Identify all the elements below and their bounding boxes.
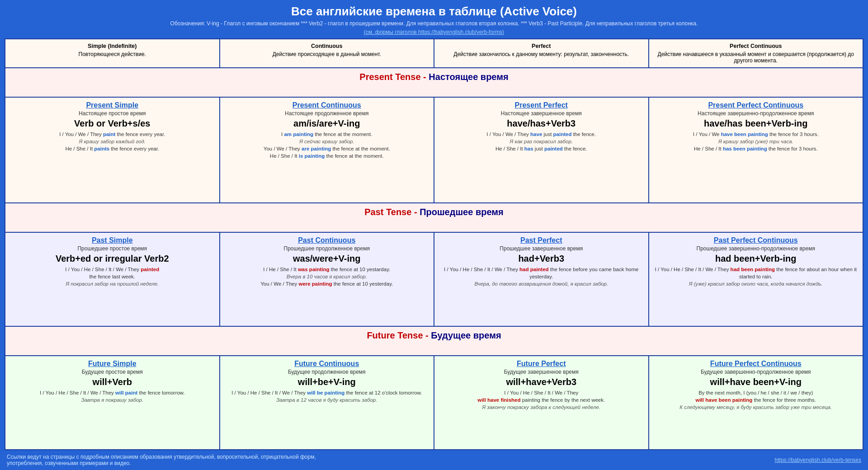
- past-continuous-formula: was/were+V-ing: [225, 254, 429, 264]
- past-simple-name-ru: Прошедшее простое время: [10, 245, 215, 252]
- present-continuous-name-ru: Настоящее продолженное время: [225, 110, 429, 117]
- future-perfect-continuous-cell: Future Perfect Continuous Будущее заверш…: [649, 356, 863, 450]
- page-header: Все английские времена в таблице (Active…: [0, 0, 868, 38]
- future-continuous-link[interactable]: Future Continuous: [225, 360, 429, 368]
- future-perfect-continuous-name-ru: Будущее завершенно-продолженное время: [654, 369, 859, 375]
- future-label-en: Future Tense -: [367, 330, 431, 340]
- future-tense-header-row: Future Tense - Будущее время: [5, 326, 863, 356]
- future-simple-link[interactable]: Future Simple: [10, 360, 215, 368]
- present-perfect-formula: have/has+Verb3: [439, 118, 644, 129]
- present-simple-link[interactable]: Present Simple: [10, 101, 215, 109]
- col-header-perfect-continuous: Perfect Continuous Действие начавшееся в…: [649, 39, 863, 68]
- col-desc-continuous: Действие происходящее в данный момент.: [225, 51, 429, 57]
- present-perfect-cell: Present Perfect Настоящее завершенное вр…: [434, 97, 649, 203]
- future-tense-row: Future Simple Будущее простое время will…: [5, 356, 863, 450]
- header-subtitle: Обозначения: V-ing - Глагол с инговым ок…: [9, 20, 859, 27]
- past-perfect-continuous-name-ru: Прошедшее завершенно-продолженное время: [654, 245, 859, 252]
- present-simple-formula: Verb or Verb+s/es: [10, 118, 215, 129]
- past-perfect-continuous-examples: I / You / He / She / It / We / They had …: [654, 266, 859, 287]
- column-header-row: Simple (Indefinite) Повторяющееся действ…: [5, 39, 863, 68]
- present-perfect-continuous-name-ru: Настоящее завершенно-продолженное время: [654, 110, 859, 117]
- past-label-en: Past Tense -: [364, 207, 420, 217]
- present-perfect-link[interactable]: Present Perfect: [439, 101, 644, 109]
- future-simple-name-ru: Будущее простое время: [10, 369, 215, 375]
- future-perfect-examples: I / You / He / She / It / We / They will…: [439, 389, 644, 411]
- present-label-en: Present Tense -: [359, 72, 429, 82]
- past-perfect-name-ru: Прошедшее завершенное время: [439, 245, 644, 252]
- past-continuous-cell: Past Continuous Прошедшее продолженное в…: [220, 232, 434, 326]
- future-continuous-formula: will+be+V-ing: [225, 377, 429, 387]
- present-simple-name-ru: Настоящее простое время: [10, 110, 215, 117]
- present-perfect-name-ru: Настоящее завершенное время: [439, 110, 644, 117]
- past-simple-formula: Verb+ed or irregular Verb2: [10, 254, 215, 264]
- past-tense-row: Past Simple Прошедшее простое время Verb…: [5, 232, 863, 326]
- col-desc-simple: Повторяющееся действие.: [10, 51, 215, 57]
- past-perfect-continuous-formula: had been+Verb-ing: [654, 254, 859, 264]
- present-perfect-continuous-cell: Present Perfect Continuous Настоящее зав…: [649, 97, 863, 203]
- future-perfect-continuous-link[interactable]: Future Perfect Continuous: [654, 360, 859, 368]
- present-simple-cell: Present Simple Настоящее простое время V…: [5, 97, 220, 203]
- col-header-simple: Simple (Indefinite) Повторяющееся действ…: [5, 39, 220, 68]
- future-simple-cell: Future Simple Будущее простое время will…: [5, 356, 220, 450]
- future-continuous-name-ru: Будущее продолженное время: [225, 369, 429, 375]
- past-label-ru: Прошедшее время: [420, 207, 504, 217]
- present-tense-header-row: Present Tense - Настоящее время: [5, 68, 863, 97]
- past-perfect-cell: Past Perfect Прошедшее завершенное время…: [434, 232, 649, 326]
- future-perfect-formula: will+have+Verb3: [439, 377, 644, 387]
- future-perfect-cell: Future Perfect Будущее завершенное время…: [434, 356, 649, 450]
- past-simple-examples: I / You / He / She / It / We / They pain…: [10, 266, 215, 287]
- present-continuous-examples: I am painting the fence at the moment. Я…: [225, 131, 429, 160]
- main-grammar-table: Simple (Indefinite) Повторяющееся действ…: [5, 38, 863, 450]
- present-tense-row: Present Simple Настоящее простое время V…: [5, 97, 863, 203]
- present-simple-examples: I / You / We / They paint the fence ever…: [10, 131, 215, 152]
- future-label-ru: Будущее время: [431, 330, 501, 340]
- col-title-perfect: Perfect: [439, 43, 644, 49]
- future-simple-examples: I / You / He / She / It / We / They will…: [10, 389, 215, 404]
- past-tense-header: Past Tense - Прошедшее время: [5, 203, 863, 232]
- page-title: Все английские времена в таблице (Active…: [9, 5, 859, 19]
- present-perfect-continuous-formula: have/has been+Verb-ing: [654, 118, 859, 129]
- present-continuous-formula: am/is/are+V-ing: [225, 118, 429, 129]
- footer-left-text: Ссылки ведут на страницы с подробным опи…: [7, 454, 316, 466]
- header-link[interactable]: (см. формы глаголов https://babyenglish.…: [364, 29, 504, 35]
- past-perfect-continuous-cell: Past Perfect Continuous Прошедшее заверш…: [649, 232, 863, 326]
- future-tense-header: Future Tense - Будущее время: [5, 326, 863, 356]
- footer-link[interactable]: https://babyenglish.club/verb-tenses: [775, 457, 861, 463]
- page-footer: Ссылки ведут на страницы с подробным опи…: [0, 450, 868, 470]
- past-perfect-link[interactable]: Past Perfect: [439, 236, 644, 244]
- past-continuous-link[interactable]: Past Continuous: [225, 236, 429, 244]
- col-header-continuous: Continuous Действие происходящее в данны…: [220, 39, 434, 68]
- col-desc-perfect: Действие закончилось к данному моменту: …: [439, 51, 644, 57]
- present-perfect-continuous-link[interactable]: Present Perfect Continuous: [654, 101, 859, 109]
- present-perfect-examples: I / You / We / They have just painted th…: [439, 131, 644, 152]
- present-label-ru: Настоящее время: [429, 72, 508, 82]
- past-tense-header-row: Past Tense - Прошедшее время: [5, 203, 863, 232]
- past-perfect-formula: had+Verb3: [439, 254, 644, 264]
- past-simple-cell: Past Simple Прошедшее простое время Verb…: [5, 232, 220, 326]
- present-continuous-cell: Present Continuous Настоящее продолженно…: [220, 97, 434, 203]
- col-title-perf-cont: Perfect Continuous: [654, 43, 859, 49]
- col-desc-perf-cont: Действие начавшееся в указанный момент и…: [654, 51, 859, 64]
- present-perfect-continuous-examples: I / You / We have been painting the fenc…: [654, 131, 859, 152]
- future-simple-formula: will+Verb: [10, 377, 215, 387]
- col-title-simple: Simple (Indefinite): [10, 43, 215, 49]
- present-tense-header: Present Tense - Настоящее время: [5, 68, 863, 97]
- future-perfect-continuous-examples: By the next month, I (you / he / she / i…: [654, 389, 859, 411]
- past-simple-link[interactable]: Past Simple: [10, 236, 215, 244]
- col-title-continuous: Continuous: [225, 43, 429, 49]
- past-continuous-examples: I / He / She / It was painting the fence…: [225, 266, 429, 287]
- past-perfect-continuous-link[interactable]: Past Perfect Continuous: [654, 236, 859, 244]
- present-continuous-link[interactable]: Present Continuous: [225, 101, 429, 109]
- future-continuous-examples: I / You / He / She / It / We / They will…: [225, 389, 429, 404]
- past-continuous-name-ru: Прошедшее продолженное время: [225, 245, 429, 252]
- future-perfect-link[interactable]: Future Perfect: [439, 360, 644, 368]
- past-perfect-examples: I / You / He / She / It / We / They had …: [439, 266, 644, 287]
- col-header-perfect: Perfect Действие закончилось к данному м…: [434, 39, 649, 68]
- future-perfect-continuous-formula: will+have been+V-ing: [654, 377, 859, 387]
- future-continuous-cell: Future Continuous Будущее продолженное в…: [220, 356, 434, 450]
- future-perfect-name-ru: Будущее завершенное время: [439, 369, 644, 375]
